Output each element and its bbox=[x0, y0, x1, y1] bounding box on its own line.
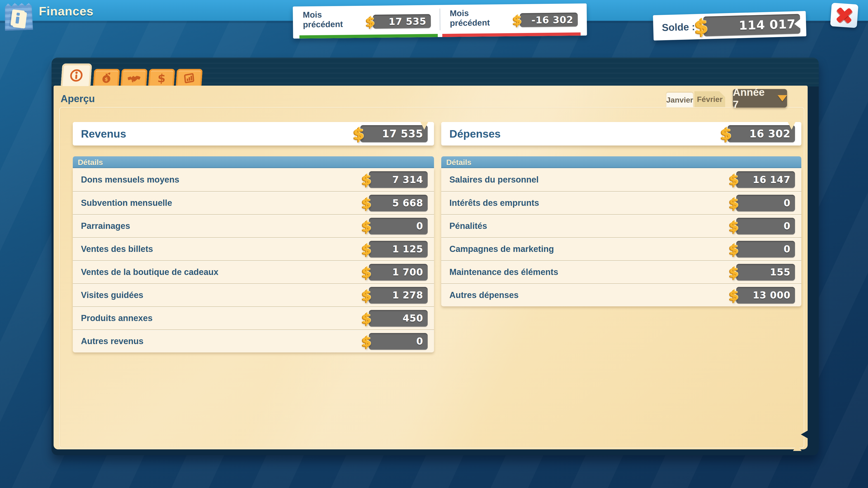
row-value: 1 125 bbox=[392, 243, 428, 255]
dollar-icon: $ bbox=[729, 241, 739, 257]
row-value-pill: $1 700 bbox=[369, 264, 428, 281]
row-label: Parrainages bbox=[81, 215, 130, 237]
tab-money[interactable]: $ bbox=[148, 69, 175, 86]
dollar-icon: $ bbox=[694, 15, 709, 38]
row-value: 1 700 bbox=[392, 267, 428, 278]
chart-icon bbox=[182, 72, 196, 85]
details-header-label: Détails bbox=[441, 158, 471, 167]
dollar-icon: $ bbox=[729, 287, 739, 303]
row-label: Maintenance des éléments bbox=[450, 261, 558, 283]
row-value-pill: $450 bbox=[369, 310, 428, 327]
month-button-fevrier[interactable]: Février bbox=[694, 91, 725, 107]
dollar-icon: $ bbox=[362, 310, 372, 326]
income-details-header: Détails bbox=[73, 156, 434, 168]
row-value-pill: $0 bbox=[736, 218, 795, 234]
ledger-book-icon bbox=[10, 9, 25, 27]
table-row: Parrainages $0 bbox=[73, 214, 434, 237]
previous-month-income-label: Mois précédent bbox=[303, 9, 360, 30]
row-label: Dons mensuels moyens bbox=[81, 168, 179, 191]
row-label: Autres revenus bbox=[81, 330, 144, 352]
row-value: 450 bbox=[403, 313, 428, 324]
tab-statistics[interactable] bbox=[176, 69, 203, 86]
row-value-pill: $5 668 bbox=[369, 195, 428, 212]
dollar-icon: $ bbox=[362, 195, 372, 211]
table-row: Ventes de la boutique de cadeaux $1 700 bbox=[73, 260, 434, 283]
details-header-label: Détails bbox=[73, 158, 103, 167]
dollar-icon: $ bbox=[362, 287, 372, 303]
row-value-pill: $0 bbox=[736, 195, 795, 212]
table-row: Visites guidées $1 278 bbox=[73, 283, 434, 306]
dollar-icon: $ bbox=[366, 14, 375, 29]
row-label: Ventes des billets bbox=[81, 238, 153, 260]
row-value-pill: $7 314 bbox=[369, 171, 428, 188]
table-row: Pénalités $0 bbox=[441, 214, 801, 237]
month-button-label: Janvier bbox=[666, 96, 693, 104]
close-button[interactable] bbox=[830, 3, 859, 28]
row-value-pill: $0 bbox=[369, 218, 428, 234]
chevron-down-icon bbox=[778, 95, 787, 101]
row-value: 16 147 bbox=[753, 174, 795, 185]
dollar-icon: $ bbox=[362, 333, 372, 350]
row-label: Visites guidées bbox=[81, 284, 143, 306]
table-row: Campagnes de marketing $0 bbox=[441, 237, 801, 260]
row-value-pill: $0 bbox=[736, 241, 795, 258]
handshake-icon bbox=[127, 72, 141, 85]
row-label: Campagnes de marketing bbox=[450, 238, 554, 260]
previous-month-expense-value: -16 302 bbox=[531, 14, 578, 26]
row-value: 155 bbox=[770, 267, 795, 278]
income-header: Revenus $ 17 535 bbox=[73, 122, 434, 145]
dollar-icon: $ bbox=[362, 241, 372, 257]
expenses-title: Dépenses bbox=[450, 122, 501, 145]
month-button-label: Février bbox=[697, 95, 722, 104]
previous-month-income: Mois précédent $ 17 535 bbox=[293, 5, 440, 39]
dollar-icon: $ bbox=[720, 124, 732, 143]
row-label: Autres dépenses bbox=[450, 284, 519, 306]
row-value: 1 278 bbox=[392, 290, 428, 301]
info-icon bbox=[68, 68, 84, 83]
income-green-bar bbox=[300, 34, 438, 38]
row-value-pill: $1 278 bbox=[369, 287, 428, 304]
torn-edge-notch bbox=[801, 431, 808, 438]
dollar-icon: $ bbox=[729, 195, 739, 211]
income-total-pill: $ 17 535 bbox=[360, 125, 428, 142]
balance-value: 114 017 bbox=[739, 17, 800, 33]
row-label: Produits annexes bbox=[81, 307, 153, 329]
balance-pill: $ 114 017 bbox=[703, 14, 800, 36]
table-row: Autres dépenses $13 000 bbox=[441, 283, 801, 306]
dollar-icon: $ bbox=[155, 72, 168, 85]
svg-text:$: $ bbox=[104, 76, 108, 82]
table-row: Intérêts des emprunts $0 bbox=[441, 191, 801, 214]
row-value-pill: $13 000 bbox=[736, 287, 795, 304]
tab-overview[interactable] bbox=[61, 64, 92, 86]
tab-donations[interactable]: $ bbox=[93, 69, 120, 86]
month-button-janvier[interactable]: Janvier bbox=[666, 93, 693, 107]
year-dropdown-label: Année 7 bbox=[733, 86, 773, 110]
section-title: Aperçu bbox=[61, 93, 95, 104]
expenses-details-header: Détails bbox=[441, 156, 801, 168]
tab-partnerships[interactable] bbox=[121, 69, 147, 86]
dollar-icon: $ bbox=[362, 218, 372, 234]
row-value-pill: $155 bbox=[736, 264, 795, 281]
svg-text:$: $ bbox=[157, 72, 166, 85]
income-title: Revenus bbox=[81, 122, 126, 145]
row-value: 13 000 bbox=[753, 290, 795, 301]
balance-panel: Solde : $ 114 017 bbox=[653, 11, 807, 41]
year-dropdown[interactable]: Année 7 bbox=[733, 89, 787, 107]
previous-month-summary: Mois précédent $ 17 535 Mois précédent $… bbox=[293, 3, 587, 39]
row-label: Intérêts des emprunts bbox=[450, 192, 539, 214]
row-value: 7 314 bbox=[392, 174, 428, 185]
dollar-icon: $ bbox=[513, 12, 522, 28]
finances-ledger-icon bbox=[4, 2, 33, 31]
row-label: Pénalités bbox=[450, 215, 487, 237]
previous-month-expense: Mois précédent $ -16 302 bbox=[440, 3, 587, 37]
expenses-header: Dépenses $ 16 302 bbox=[441, 122, 801, 145]
info-bar bbox=[16, 17, 20, 24]
page-title: Finances bbox=[39, 4, 94, 18]
torn-edge-notch bbox=[793, 445, 802, 451]
row-label: Ventes de la boutique de cadeaux bbox=[81, 261, 218, 283]
row-value-pill: $0 bbox=[369, 333, 428, 350]
expenses-total-value: 16 302 bbox=[749, 128, 795, 140]
row-value: 5 668 bbox=[392, 197, 428, 208]
expenses-rows: Salaires du personnel $16 147 Intérêts d… bbox=[441, 168, 801, 306]
info-dot bbox=[17, 12, 20, 16]
